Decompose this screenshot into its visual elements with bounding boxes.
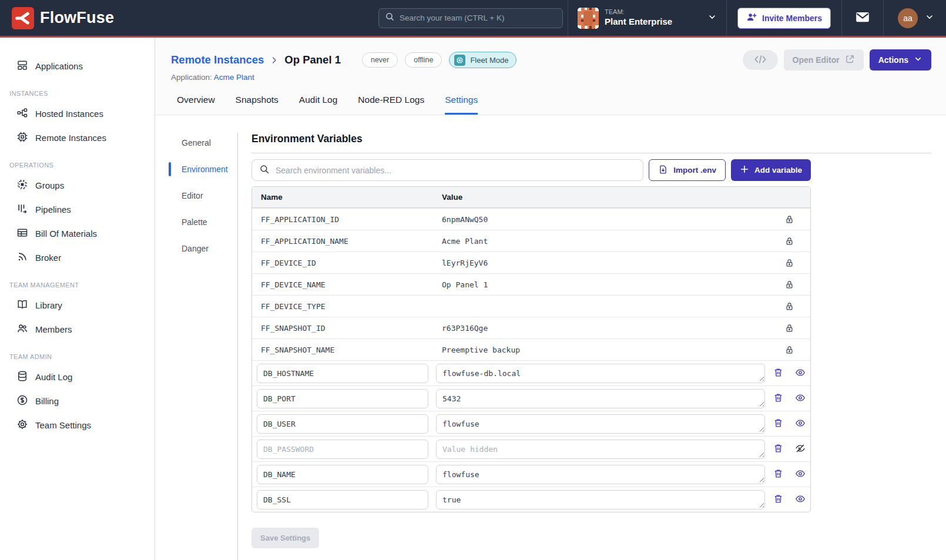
settings-nav-danger[interactable]: Danger xyxy=(169,242,237,256)
settings-nav-general[interactable]: General xyxy=(169,136,237,150)
delete-variable-button[interactable] xyxy=(773,443,783,455)
tab-snapshots[interactable]: Snapshots xyxy=(236,95,279,115)
section-title: Environment Variables xyxy=(251,133,931,153)
eye-icon xyxy=(795,468,806,481)
book-icon xyxy=(16,299,28,312)
env-variables-table: Name Value FF_APPLICATION_ID 6npmANwQ50 … xyxy=(251,186,811,512)
chip-icon xyxy=(16,131,28,145)
sidebar-item-label: Members xyxy=(35,324,72,334)
sidebar-item-billing[interactable]: Billing xyxy=(8,389,149,413)
sidebar-item-applications[interactable]: Applications xyxy=(8,54,149,78)
delete-variable-button[interactable] xyxy=(773,393,783,404)
settings-nav-editor[interactable]: Editor xyxy=(169,189,237,203)
env-value-input[interactable] xyxy=(436,414,765,434)
application-link[interactable]: Acme Plant xyxy=(214,73,254,82)
import-env-button[interactable]: Import .env xyxy=(649,159,726,181)
chevron-right-icon xyxy=(270,56,279,65)
eye-icon xyxy=(795,494,806,506)
column-name: Name xyxy=(252,193,433,202)
actions-button[interactable]: Actions xyxy=(870,49,931,71)
page-title: Op Panel 1 xyxy=(284,53,341,66)
tab-audit-log[interactable]: Audit Log xyxy=(299,95,338,115)
delete-variable-button[interactable] xyxy=(773,494,783,505)
breadcrumb: Remote Instances Op Panel 1 xyxy=(171,53,341,66)
add-variable-button[interactable]: Add variable xyxy=(731,159,811,181)
sidebar-item-team-settings[interactable]: Team Settings xyxy=(8,413,149,437)
env-value-input[interactable] xyxy=(436,440,765,459)
sidebar-item-hosted-instances[interactable]: Hosted Instances xyxy=(8,102,149,126)
sidebar-item-groups[interactable]: Groups xyxy=(8,173,149,197)
env-name-input[interactable] xyxy=(257,414,428,434)
team-selector[interactable]: TEAM: Plant Enterprise xyxy=(568,0,726,36)
trash-icon xyxy=(773,468,783,480)
sidebar-item-label: Bill Of Materials xyxy=(35,229,97,239)
sidebar-item-members[interactable]: Members xyxy=(8,317,149,341)
flowfuse-logo-icon xyxy=(12,7,34,29)
breadcrumb-remote-instances[interactable]: Remote Instances xyxy=(171,53,264,66)
mail-icon xyxy=(855,9,870,27)
env-search[interactable] xyxy=(251,159,643,181)
trash-icon xyxy=(773,443,783,455)
table-row xyxy=(252,411,810,436)
env-name-input[interactable] xyxy=(257,389,428,408)
env-value: 6npmANwQ50 xyxy=(433,215,761,224)
env-value: lEyrRjEyV6 xyxy=(433,259,761,267)
delete-variable-button[interactable] xyxy=(773,367,783,379)
env-name-input[interactable] xyxy=(257,364,428,383)
column-value: Value xyxy=(433,193,761,202)
env-name: FF_DEVICE_TYPE xyxy=(252,302,433,311)
team-search-input[interactable] xyxy=(400,14,556,22)
external-link-icon xyxy=(845,54,855,66)
save-settings-button[interactable]: Save Settings xyxy=(251,528,319,548)
sidebar-item-remote-instances[interactable]: Remote Instances xyxy=(8,126,149,150)
lock-icon xyxy=(761,324,810,333)
badge-fleet-mode-label: Fleet Mode xyxy=(470,56,508,65)
badge-never: never xyxy=(362,52,398,68)
search-icon xyxy=(385,12,395,24)
env-value-input[interactable] xyxy=(436,389,765,408)
gear-icon xyxy=(16,418,28,432)
env-name-input[interactable] xyxy=(257,490,428,509)
delete-variable-button[interactable] xyxy=(773,418,783,430)
sidebar-item-pipelines[interactable]: Pipelines xyxy=(8,197,149,222)
sidebar-item-broker[interactable]: Broker xyxy=(8,246,149,270)
show-value-button[interactable] xyxy=(795,367,806,380)
chevron-down-icon xyxy=(914,55,922,65)
delete-variable-button[interactable] xyxy=(773,468,783,480)
chip-icon xyxy=(454,55,465,66)
tab-settings[interactable]: Settings xyxy=(445,95,478,115)
env-value-input[interactable] xyxy=(436,490,765,509)
sidebar-item-audit-log[interactable]: Audit Log xyxy=(8,365,149,389)
env-name-input[interactable] xyxy=(257,440,428,459)
show-value-button[interactable] xyxy=(795,494,806,506)
env-search-input[interactable] xyxy=(276,166,636,175)
team-search[interactable] xyxy=(378,8,563,28)
show-value-button[interactable] xyxy=(795,393,806,405)
eye-icon xyxy=(795,418,806,430)
notifications-button[interactable] xyxy=(841,0,883,36)
hide-value-button[interactable] xyxy=(795,443,806,455)
user-menu[interactable]: aa xyxy=(883,0,946,36)
sidebar-item-bill-of-materials[interactable]: Bill Of Materials xyxy=(8,222,149,246)
env-name-input[interactable] xyxy=(257,465,428,484)
env-value-input[interactable] xyxy=(436,465,765,484)
lock-icon xyxy=(761,237,810,246)
sidebar-item-library[interactable]: Library xyxy=(8,293,149,317)
sidebar-item-label: Pipelines xyxy=(35,204,71,214)
tab-node-red-logs[interactable]: Node-RED Logs xyxy=(358,95,424,115)
env-value-input[interactable] xyxy=(436,364,765,383)
settings-nav-environment[interactable]: Environment xyxy=(169,162,237,176)
settings-nav-palette[interactable]: Palette xyxy=(169,215,237,229)
trash-icon xyxy=(773,393,783,404)
sidebar: Applications INSTANCES Hosted Instances … xyxy=(0,38,155,560)
open-editor-button[interactable]: Open Editor xyxy=(784,49,864,71)
sidebar-item-label: Broker xyxy=(35,253,61,263)
invite-members-button[interactable]: Invite Members xyxy=(737,8,831,29)
import-file-icon xyxy=(658,165,668,176)
show-value-button[interactable] xyxy=(795,468,806,481)
table-row xyxy=(252,461,810,487)
tab-overview[interactable]: Overview xyxy=(177,95,215,115)
developer-mode-button[interactable] xyxy=(743,50,778,70)
flowfuse-brand[interactable]: FlowFuse xyxy=(0,7,126,29)
show-value-button[interactable] xyxy=(795,418,806,430)
